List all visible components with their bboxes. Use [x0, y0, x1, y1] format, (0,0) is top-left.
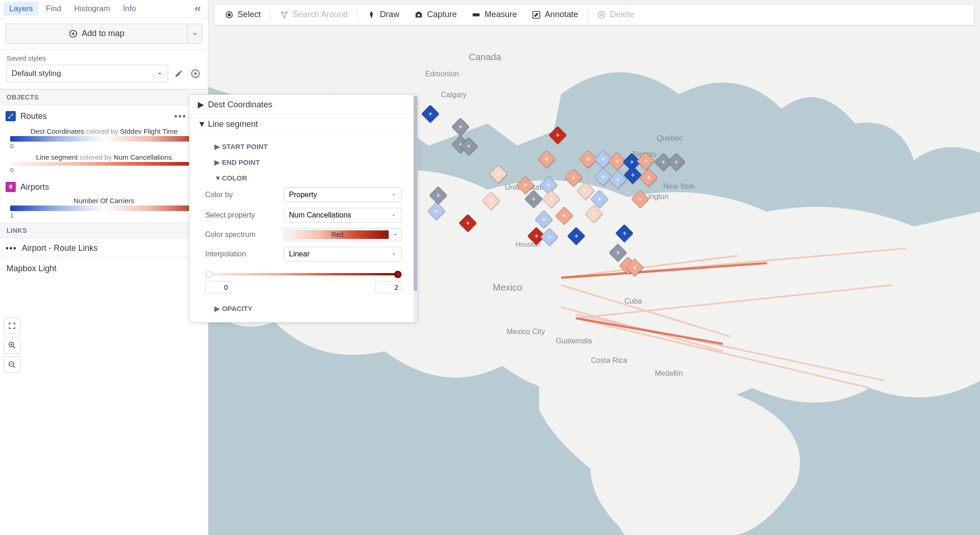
- caret-down-icon: [157, 70, 163, 77]
- link-icon: •••: [6, 243, 17, 253]
- tool-delete[interactable]: Delete: [591, 7, 641, 22]
- select-property-select[interactable]: Num Cancellations: [284, 208, 402, 223]
- popup-end-point[interactable]: ▶ END POINT: [201, 154, 406, 169]
- color-spectrum-label: Color spectrum: [205, 230, 284, 239]
- label-calgary: Calgary: [441, 91, 466, 99]
- interpolation-label: Interpolation: [205, 250, 284, 258]
- tool-measure[interactable]: Measure: [465, 7, 523, 22]
- layer-airports[interactable]: Airports: [0, 177, 208, 197]
- seg-gradient: [10, 162, 198, 166]
- caret-down-icon: [393, 232, 398, 237]
- tab-info[interactable]: Info: [118, 2, 142, 16]
- seg-min: 0: [10, 167, 13, 174]
- saved-styles-section: Saved styles Default styling: [0, 50, 208, 89]
- tool-select[interactable]: Select: [218, 7, 267, 22]
- dest-min: 0: [10, 143, 13, 149]
- toolbar-separator: [357, 8, 358, 21]
- interpolation-value: Linear: [289, 250, 309, 258]
- color-by-field: Color by Property: [201, 185, 406, 205]
- link-title: Airport - Route Links: [22, 243, 98, 253]
- airports-title: Airports: [20, 182, 202, 192]
- label-guatemala: Guatemala: [556, 337, 592, 345]
- tool-capture-label: Capture: [427, 10, 457, 19]
- layer-routes[interactable]: Routes •••: [0, 105, 208, 127]
- color-spectrum-select[interactable]: Red: [284, 228, 402, 241]
- plus-circle-icon: [69, 29, 78, 38]
- popup-dest-coordinates[interactable]: ▶ Dest Coordinates: [189, 95, 417, 115]
- select-property-label: Select property: [205, 211, 284, 219]
- collapse-panel-button[interactable]: [189, 2, 206, 15]
- slider-knob-max[interactable]: [394, 271, 402, 278]
- routes-more-button[interactable]: •••: [174, 111, 187, 122]
- edit-square-icon: [532, 10, 541, 19]
- color-spectrum-field: Color spectrum Red: [201, 225, 406, 244]
- popup-scrollbar[interactable]: [414, 95, 417, 322]
- saved-styles-label: Saved styles: [6, 54, 201, 62]
- add-to-map-dropdown[interactable]: [188, 24, 202, 44]
- tab-bar: Layers Find Histogram Info: [0, 0, 208, 18]
- range-min-input[interactable]: [205, 281, 231, 293]
- tab-layers[interactable]: Layers: [4, 2, 38, 16]
- label-edmonton: Edmonton: [425, 70, 459, 78]
- label-canada: Canada: [469, 52, 501, 62]
- svg-line-34: [13, 366, 15, 368]
- opacity-range-slider[interactable]: [205, 271, 402, 277]
- zoom-out-button[interactable]: [4, 356, 20, 373]
- interpolation-field: Interpolation Linear: [201, 244, 406, 264]
- tool-draw[interactable]: Draw: [360, 7, 406, 22]
- popup-start-point[interactable]: ▶ START POINT: [201, 138, 406, 154]
- link-airport-route[interactable]: ••• Airport - Route Links: [0, 238, 208, 258]
- tool-search-around[interactable]: Search Around: [273, 7, 354, 22]
- basemap-row[interactable]: Mapbox Light: [0, 258, 208, 279]
- slider-knob-min[interactable]: [205, 271, 213, 278]
- map-toolbar: Select Search Around Draw Capture Measur…: [214, 4, 974, 25]
- range-max-input[interactable]: [376, 281, 402, 293]
- fullscreen-button[interactable]: [4, 317, 20, 334]
- color-by-value: Property: [289, 191, 317, 199]
- popup-seg-label: Line segment: [208, 119, 258, 129]
- camera-icon: [414, 10, 423, 19]
- objects-header: OBJECTS: [0, 89, 208, 105]
- carriers-min: 1: [10, 212, 13, 219]
- tool-search-label: Search Around: [293, 10, 348, 19]
- label-mexico: Mexico: [493, 282, 522, 293]
- carriers-label: Number Of Carriers: [10, 197, 198, 205]
- label-quebec: Quebec: [657, 134, 683, 143]
- caret-down-icon: [391, 192, 396, 198]
- saved-styles-select[interactable]: Default styling: [6, 65, 168, 82]
- popup-line-segment[interactable]: ▼ Line segment: [189, 115, 417, 134]
- tool-annotate[interactable]: Annotate: [525, 7, 584, 22]
- plus-circle-icon: [190, 68, 201, 79]
- popup-color-section[interactable]: ▼ COLOR: [201, 169, 406, 185]
- tab-histogram[interactable]: Histogram: [69, 2, 115, 16]
- caret-down-icon: [391, 212, 396, 218]
- edit-style-button[interactable]: [173, 68, 185, 80]
- tool-capture[interactable]: Capture: [408, 7, 463, 22]
- caret-down-icon: [391, 251, 396, 257]
- add-to-map-label: Add to map: [82, 29, 124, 38]
- tool-draw-label: Draw: [380, 10, 399, 19]
- tool-delete-label: Delete: [610, 10, 634, 19]
- svg-line-30: [13, 346, 15, 348]
- routes-title: Routes: [20, 112, 170, 121]
- label-cuba: Cuba: [624, 297, 642, 305]
- add-style-button[interactable]: [189, 68, 201, 80]
- popup-dest-label: Dest Coordinates: [208, 100, 272, 110]
- tab-find[interactable]: Find: [40, 2, 67, 16]
- select-property-field: Select property Num Cancellations: [201, 205, 406, 225]
- popup-opacity-section[interactable]: ▶ OPACITY: [201, 300, 406, 316]
- svg-rect-24: [473, 13, 480, 16]
- select-property-value: Num Cancellations: [289, 211, 351, 219]
- toolbar-separator: [270, 8, 270, 21]
- color-by-select[interactable]: Property: [284, 187, 402, 202]
- zoom-in-button[interactable]: [4, 337, 20, 354]
- interpolation-select[interactable]: Linear: [284, 247, 402, 261]
- add-to-map-button[interactable]: Add to map: [6, 24, 188, 44]
- airports-icon: [6, 182, 16, 192]
- map-controls: [4, 317, 20, 373]
- caret-down-icon: ▼: [198, 119, 203, 129]
- tool-annotate-label: Annotate: [545, 10, 578, 19]
- routes-dest-sublayer: Dest Coordinates colored by Stddev Fligh…: [0, 127, 208, 153]
- label-ington: ington: [648, 193, 669, 201]
- pencil-icon: [175, 69, 183, 78]
